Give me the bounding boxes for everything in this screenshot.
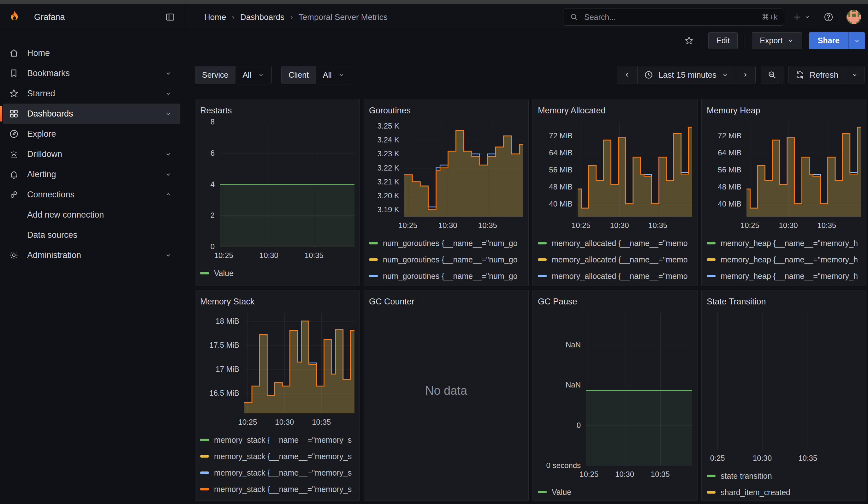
y-tick-label: 56 MiB <box>549 165 572 174</box>
legend-item[interactable]: memory_stack {__name__="memory_s <box>200 464 354 481</box>
zoom-out-button[interactable] <box>761 66 783 84</box>
export-button[interactable]: Export <box>752 32 802 49</box>
legend-item[interactable]: memory_heap {__name__="memory_h <box>707 284 861 286</box>
panel-title[interactable]: Restarts <box>200 106 232 116</box>
filter-client[interactable]: ClientAll <box>281 66 352 84</box>
time-back-button[interactable] <box>617 66 637 84</box>
panel-title[interactable]: Goroutines <box>369 106 411 116</box>
plot-area[interactable] <box>244 313 354 413</box>
chevron-down-icon[interactable] <box>164 70 172 77</box>
legend-item[interactable]: Value <box>538 484 692 500</box>
chart-restarts[interactable]: 8642010:2510:3010:35Value <box>200 122 354 281</box>
legend-swatch <box>200 472 209 474</box>
legend-label: memory_allocated {__name__="memo <box>552 255 688 264</box>
legend-item[interactable]: memory_allocated {__name__="memo <box>538 251 692 268</box>
plot-area[interactable] <box>578 122 692 217</box>
panel-title[interactable]: State Transition <box>707 297 766 307</box>
legend-item[interactable]: memory_stack {__name__="memory_s <box>200 432 354 448</box>
y-tick-label: 17.5 MiB <box>209 341 239 350</box>
user-avatar[interactable] <box>847 10 861 24</box>
search-input[interactable] <box>583 12 757 22</box>
share-menu-caret[interactable] <box>848 32 865 49</box>
sidebar-item-data-sources[interactable]: Data sources <box>3 225 180 245</box>
sidebar-item-explore[interactable]: Explore <box>3 124 180 144</box>
add-button[interactable] <box>792 12 810 22</box>
filter-value[interactable]: All <box>316 66 352 84</box>
time-forward-button[interactable] <box>735 66 755 84</box>
legend-item[interactable]: memory_heap {__name__="memory_h <box>707 235 861 251</box>
chart-gc-pause[interactable]: NaNNaN00 seconds10:2510:3010:35Value <box>538 313 692 500</box>
grafana-logo-icon[interactable] <box>8 10 21 24</box>
legend-item[interactable]: memory_allocated {__name__="memo <box>538 268 692 284</box>
plot-area[interactable] <box>586 313 692 465</box>
sidebar-item-administration[interactable]: Administration <box>3 245 180 265</box>
panel-title[interactable]: GC Counter <box>369 297 414 307</box>
legend-item[interactable]: shard_item_created <box>707 484 861 501</box>
x-tick-label: 10:35 <box>798 454 817 463</box>
help-button[interactable] <box>824 12 834 22</box>
legend-label: memory_stack {__name__="memory_s <box>214 452 352 461</box>
search-input-wrap[interactable]: ⌘+k <box>563 9 784 25</box>
refresh-interval-caret[interactable] <box>845 66 865 84</box>
favorite-star-icon[interactable] <box>684 36 694 46</box>
legend-item[interactable]: memory_allocated {__name__="memo <box>538 284 692 286</box>
sidebar-item-label: Bookmarks <box>27 69 164 78</box>
legend-item[interactable]: memory_stack {__name__="memory_s <box>200 481 354 497</box>
x-tick-label: 10:35 <box>651 470 670 479</box>
share-button[interactable]: Share <box>809 32 848 49</box>
chevron-down-icon[interactable] <box>164 110 172 117</box>
chevron-down-icon[interactable] <box>164 171 172 178</box>
plot-area[interactable] <box>746 122 861 217</box>
chart-goroutines[interactable]: 3.25 K3.24 K3.23 K3.22 K3.21 K3.20 K3.19… <box>369 122 523 286</box>
legend-item[interactable]: num_goroutines {__name__="num_go <box>369 235 523 251</box>
panel-toggle-icon[interactable] <box>165 12 175 22</box>
panel-goroutines: Goroutines 3.25 K3.24 K3.23 K3.22 K3.21 … <box>364 99 529 286</box>
chart-memory-allocated[interactable]: 72 MiB64 MiB56 MiB48 MiB40 MiB10:2510:30… <box>538 122 692 286</box>
legend-item[interactable]: state transition <box>707 468 861 484</box>
plot-area[interactable] <box>404 122 523 217</box>
sidebar-item-alerting[interactable]: Alerting <box>3 164 180 184</box>
sidebar-item-add-new-connection[interactable]: Add new connection <box>3 205 180 225</box>
legend-item[interactable]: num_goroutines {__name__="num_go <box>369 251 523 268</box>
chevron-up-icon[interactable] <box>164 191 172 198</box>
breadcrumb-home[interactable]: Home <box>204 12 226 22</box>
legend-item[interactable]: memory_heap {__name__="memory_h <box>707 268 861 284</box>
refresh-button[interactable]: Refresh <box>789 66 845 84</box>
sidebar-item-bookmarks[interactable]: Bookmarks <box>3 63 180 83</box>
chevron-down-icon[interactable] <box>164 90 172 97</box>
legend-item[interactable]: memory_stack {__name__="memory_s <box>200 448 354 464</box>
panel-title[interactable]: Memory Heap <box>707 106 761 116</box>
refresh-label: Refresh <box>809 70 838 80</box>
sidebar-item-home[interactable]: Home <box>3 43 180 63</box>
plot-area[interactable] <box>707 313 861 449</box>
legend-item[interactable]: num_goroutines {__name__="num_go <box>369 268 523 284</box>
sidebar-item-starred[interactable]: Starred <box>3 83 180 104</box>
chart-state-transition[interactable]: 0:2510:3010:35state transitionshard_item… <box>707 313 861 501</box>
legend-item[interactable]: memory_allocated {__name__="memo <box>538 235 692 251</box>
chart-memory-stack[interactable]: 18 MiB17.5 MiB17 MiB16.5 MiB10:2510:3010… <box>200 313 354 497</box>
breadcrumb-dashboards[interactable]: Dashboards <box>240 12 285 22</box>
sidebar-item-dashboards[interactable]: Dashboards <box>3 104 180 124</box>
x-tick-label: 10:25 <box>579 470 598 479</box>
filter-service[interactable]: ServiceAll <box>195 66 272 84</box>
legend-item[interactable]: num_goroutines {__name__="num_go <box>369 284 523 286</box>
sidebar-item-drilldown[interactable]: Drilldown <box>3 144 180 164</box>
panel-title[interactable]: Memory Stack <box>200 297 255 307</box>
panel-title[interactable]: GC Pause <box>538 297 577 307</box>
time-controls: Last 15 minutes <box>617 66 865 84</box>
legend-item[interactable]: Value <box>200 265 354 281</box>
chevron-down-icon[interactable] <box>164 150 172 158</box>
plot-area[interactable] <box>220 122 354 247</box>
chart-gc-counter[interactable]: No data <box>369 309 523 473</box>
filter-label: Client <box>281 66 316 84</box>
legend-swatch <box>200 488 209 491</box>
edit-button[interactable]: Edit <box>708 32 738 49</box>
legend-item[interactable]: memory_heap {__name__="memory_h <box>707 251 861 268</box>
chart-memory-heap[interactable]: 72 MiB64 MiB56 MiB48 MiB40 MiB10:2510:30… <box>707 122 861 286</box>
panel-title[interactable]: Memory Allocated <box>538 106 606 116</box>
chevron-down-icon <box>338 71 345 78</box>
time-range-picker[interactable]: Last 15 minutes <box>637 66 735 84</box>
sidebar-item-connections[interactable]: Connections <box>3 184 180 205</box>
chevron-down-icon[interactable] <box>164 251 172 259</box>
filter-value[interactable]: All <box>235 66 271 84</box>
